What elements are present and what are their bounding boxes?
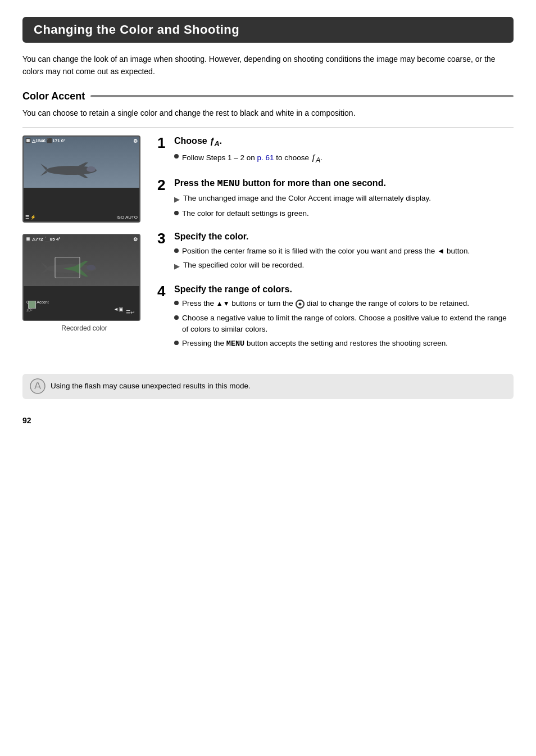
center-frame [55, 257, 80, 278]
step-4-bullet-2-text: Choose a negative value to limit the ran… [182, 313, 514, 336]
step-4-content: Specify the range of colors. Press the ▲… [174, 284, 514, 353]
step-4-bullet-1-text: Press the ▲▼ buttons or turn the dial to… [182, 298, 469, 309]
step-4-title: Specify the range of colors. [174, 284, 514, 296]
page-number: 92 [22, 416, 514, 425]
svg-point-12 [30, 379, 45, 393]
svg-point-5 [87, 166, 96, 172]
menu-label-2: MENU [226, 339, 244, 348]
hud-top-2: 🔲 △772 ⬛85 4° ⚙ [25, 237, 138, 242]
intro-text: You can change the look of an image when… [22, 53, 514, 78]
divider [22, 127, 514, 128]
camera-screen-2: 🔲 △772 ⬛85 4° ⚙ Color Accent ±0÷ ☰↩ ◄▣ [22, 234, 140, 321]
step-4-bullet-2: Choose a negative value to limit the ran… [174, 313, 514, 336]
svg-marker-7 [40, 262, 47, 269]
step-3-bullet-1-text: Position the center frame so it is fille… [182, 246, 470, 257]
svg-point-11 [87, 265, 96, 270]
step-3-bullets: Position the center frame so it is fille… [174, 246, 514, 272]
svg-marker-8 [40, 269, 47, 274]
step-1-bullets: Follow Steps 1 – 2 on p. 61 to choose ƒA… [174, 151, 514, 166]
step-1-content: Choose ƒA. Follow Steps 1 – 2 on p. 61 t… [174, 135, 514, 169]
plane-image-1 [35, 147, 108, 192]
hud-bottom-1: ☰ ⚡ ISO AUTO [25, 215, 138, 220]
step-3-bullet-1: Position the center frame so it is fille… [174, 246, 514, 257]
step-2-bullet-1: ▶ The unchanged image and the Color Acce… [174, 193, 514, 205]
step-2-bullet-2: The color for default settings is green. [174, 208, 514, 219]
bullet-circle-icon-6 [174, 341, 179, 345]
step-number-1: 1 [157, 135, 170, 150]
color-swatch [28, 301, 36, 309]
section-bar [90, 95, 514, 97]
up-down-arrows-icon: ▲▼ [216, 300, 230, 307]
step-3: 3 Specify the color. Position the center… [157, 231, 514, 275]
svg-marker-1 [40, 164, 47, 170]
svg-marker-2 [40, 170, 47, 176]
step-2-title: Press the MENU button for more than one … [174, 178, 514, 190]
nav-icon: ☰↩ [126, 310, 135, 315]
link-p61[interactable]: p. 61 [257, 153, 274, 162]
hud-top-1: 🔲 △1546 ⬛171 0° ⚙ [25, 138, 138, 144]
symbol-fa-1: ƒA [210, 136, 219, 146]
step-4: 4 Specify the range of colors. Press the… [157, 284, 514, 353]
step-1-title: Choose ƒA. [174, 135, 514, 148]
bullet-circle-icon-2 [174, 211, 179, 215]
steps-column: 1 Choose ƒA. Follow Steps 1 – 2 on p. 61… [157, 135, 514, 361]
menu-label-1: MENU [217, 178, 240, 189]
step-3-bullet-2: ▶ The specified color will be recorded. [174, 260, 514, 272]
step-1: 1 Choose ƒA. Follow Steps 1 – 2 on p. 61… [157, 135, 514, 169]
step-4-bullet-3-text: Pressing the MENU button accepts the set… [182, 338, 448, 350]
bullet-circle-icon [174, 154, 179, 159]
step-4-bullet-1: Press the ▲▼ buttons or turn the dial to… [174, 298, 514, 309]
step-2-content: Press the MENU button for more than one … [174, 178, 514, 222]
step-number-4: 4 [157, 284, 170, 298]
section-header-bar: Color Accent [22, 90, 514, 102]
bullet-circle-icon-4 [174, 301, 179, 305]
bullet-circle-icon-3 [174, 248, 179, 253]
note-box: Using the flash may cause unexpected res… [22, 374, 514, 399]
step-number-3: 3 [157, 231, 170, 246]
step-2: 2 Press the MENU button for more than on… [157, 178, 514, 222]
section-desc: You can choose to retain a single color … [22, 107, 514, 119]
step-4-bullet-3: Pressing the MENU button accepts the set… [174, 338, 514, 350]
step-1-bullet-1: Follow Steps 1 – 2 on p. 61 to choose ƒA… [174, 151, 514, 166]
step-2-bullets: ▶ The unchanged image and the Color Acce… [174, 193, 514, 219]
step-2-bullet-2-text: The color for default settings is green. [182, 208, 309, 219]
step-3-bullet-2-text: The specified color will be recorded. [183, 260, 304, 271]
step-number-2: 2 [157, 178, 170, 192]
images-column: 🔲 △1546 ⬛171 0° ⚙ ☰ ⚡ ISO AUTO [22, 135, 146, 361]
step-3-title: Specify the color. [174, 231, 514, 243]
section-title: Color Accent [22, 90, 90, 102]
note-text: Using the flash may cause unexpected res… [51, 382, 251, 390]
recorded-color-label: Recorded color [22, 324, 146, 332]
step-3-content: Specify the color. Position the center f… [174, 231, 514, 275]
page-title: Changing the Color and Shooting [22, 17, 514, 43]
main-layout: 🔲 △1546 ⬛171 0° ⚙ ☰ ⚡ ISO AUTO [22, 135, 514, 361]
arrow-icon-2: ▶ [174, 261, 180, 272]
pencil-icon [29, 378, 46, 395]
step-1-bullet-1-text: Follow Steps 1 – 2 on p. 61 to choose ƒA… [182, 151, 322, 166]
step-4-bullets: Press the ▲▼ buttons or turn the dial to… [174, 298, 514, 350]
left-arrow-icon: ◄▣ [113, 306, 124, 312]
pm-label: ±0÷ [26, 308, 33, 312]
arrow-icon-1: ▶ [174, 194, 180, 205]
bullet-circle-icon-5 [174, 315, 179, 320]
camera-screen-1: 🔲 △1546 ⬛171 0° ⚙ ☰ ⚡ ISO AUTO [22, 135, 140, 223]
step-2-bullet-1-text: The unchanged image and the Color Accent… [183, 193, 431, 204]
